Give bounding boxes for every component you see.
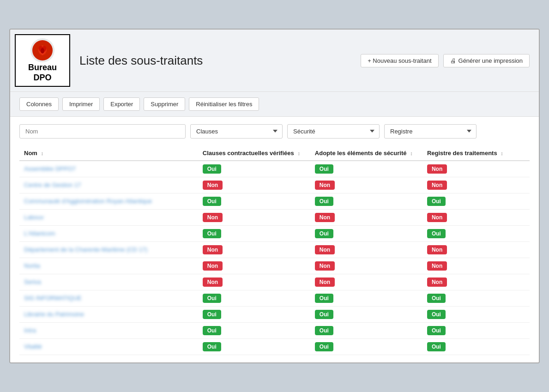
table-row[interactable]: Centre de Gestion 17NonNonNon <box>19 177 530 193</box>
cell-clauses: Non <box>198 258 310 274</box>
cell-registre: Oui <box>422 322 530 338</box>
name-filter-input[interactable] <box>19 124 186 139</box>
data-table: Nom ↕ Clauses contractuelles vérifiées ↕… <box>19 146 530 355</box>
cell-clauses: Oui <box>198 306 310 322</box>
cell-registre: Oui <box>422 225 530 241</box>
cell-clauses: Non <box>198 241 310 258</box>
cell-nom: Labouv <box>19 209 198 225</box>
table-row[interactable]: Communauté d'Agglomération Royan Atlanti… <box>19 193 530 209</box>
badge-clauses: Oui <box>203 342 221 351</box>
badge-clauses: Oui <box>203 197 221 206</box>
badge-clauses: Non <box>203 245 223 254</box>
cell-nom: L'Atlantcom <box>19 225 198 241</box>
table-header-row: Nom ↕ Clauses contractuelles vérifiées ↕… <box>19 146 530 161</box>
badge-registre: Oui <box>427 326 446 335</box>
col-header-nom[interactable]: Nom ↕ <box>19 146 198 161</box>
badge-securite: Non <box>315 213 335 222</box>
columns-button[interactable]: Colonnes <box>19 97 59 111</box>
table-row[interactable]: Assemblée DPPO7OuiOuiNon <box>19 161 530 177</box>
page-container: Bureau DPO Liste des sous-traitants + No… <box>9 29 540 363</box>
cell-nom: Assemblée DPPO7 <box>19 161 198 177</box>
cell-securite: Oui <box>310 193 422 209</box>
badge-registre: Oui <box>427 310 446 319</box>
cell-securite: Non <box>310 209 422 225</box>
badge-clauses: Oui <box>203 294 221 303</box>
cell-securite: Non <box>310 241 422 258</box>
badge-clauses: Oui <box>203 164 221 174</box>
cell-registre: Non <box>422 161 530 177</box>
cell-clauses: Oui <box>198 322 310 338</box>
badge-clauses: Non <box>203 261 223 271</box>
delete-button[interactable]: Supprimer <box>144 97 185 111</box>
cell-nom: Librairie du Patrimoine <box>19 306 198 322</box>
badge-registre: Non <box>427 261 447 271</box>
logo-box: Bureau DPO <box>15 34 70 86</box>
cell-clauses: Non <box>198 177 310 193</box>
clauses-filter-select[interactable]: Clauses <box>190 124 283 139</box>
badge-registre: Oui <box>427 229 446 238</box>
cell-clauses: Non <box>198 209 310 225</box>
logo-icon <box>30 38 55 63</box>
cell-registre: Oui <box>422 306 530 322</box>
badge-securite: Oui <box>315 229 333 238</box>
badge-securite: Oui <box>315 164 333 174</box>
badge-securite: Non <box>315 245 335 254</box>
badge-clauses: Oui <box>203 310 221 319</box>
table-row[interactable]: Librairie du PatrimoineOuiOuiOui <box>19 306 530 322</box>
sort-nom-icon: ↕ <box>41 151 44 156</box>
badge-registre: Non <box>427 245 447 254</box>
col-header-securite[interactable]: Adopte les éléments de sécurité ↕ <box>310 146 422 161</box>
cell-nom: Intra <box>19 322 198 338</box>
cell-registre: Non <box>422 274 530 290</box>
table-row[interactable]: SIG INFORMATIQUEOuiOuiOui <box>19 290 530 306</box>
table-row[interactable]: VitalitéOuiOuiOui <box>19 338 530 355</box>
header-actions: + Nouveau sous-traitant 🖨 Générer une im… <box>361 54 530 67</box>
cell-securite: Non <box>310 258 422 274</box>
badge-registre: Oui <box>427 197 446 206</box>
cell-registre: Oui <box>422 290 530 306</box>
sort-registre-icon: ↕ <box>501 151 503 156</box>
generate-print-button[interactable]: 🖨 Générer une impression <box>443 54 530 67</box>
cell-registre: Oui <box>422 193 530 209</box>
badge-registre: Non <box>427 213 447 222</box>
cell-nom: Département de la Charente-Maritime (CD … <box>19 241 198 258</box>
svg-point-4 <box>41 48 44 54</box>
badge-clauses: Oui <box>203 326 221 335</box>
print-button[interactable]: Imprimer <box>62 97 100 111</box>
badge-clauses: Non <box>203 213 223 222</box>
export-button[interactable]: Exporter <box>103 97 140 111</box>
registre-filter-select[interactable]: Registre <box>384 124 477 139</box>
badge-securite: Non <box>315 181 335 190</box>
table-row[interactable]: Département de la Charente-Maritime (CD … <box>19 241 530 258</box>
cell-clauses: Oui <box>198 193 310 209</box>
cell-nom: Vitalité <box>19 338 198 355</box>
badge-registre: Non <box>427 164 447 174</box>
cell-securite: Oui <box>310 290 422 306</box>
col-header-clauses[interactable]: Clauses contractuelles vérifiées ↕ <box>198 146 310 161</box>
table-row[interactable]: L'AtlantcomOuiOuiOui <box>19 225 530 241</box>
cell-securite: Oui <box>310 161 422 177</box>
filters-row: Clauses Sécurité Registre <box>19 124 530 139</box>
badge-securite: Oui <box>315 326 333 335</box>
securite-filter-select[interactable]: Sécurité <box>287 124 380 139</box>
cell-clauses: Oui <box>198 161 310 177</box>
cell-nom: Communauté d'Agglomération Royan Atlanti… <box>19 193 198 209</box>
badge-clauses: Oui <box>203 229 221 238</box>
table-row[interactable]: LabouvNonNonNon <box>19 209 530 225</box>
cell-nom: Centre de Gestion 17 <box>19 177 198 193</box>
table-row[interactable]: NortiaNonNonNon <box>19 258 530 274</box>
sort-securite-icon: ↕ <box>410 151 413 156</box>
cell-clauses: Oui <box>198 338 310 355</box>
table-row[interactable]: IntraOuiOuiOui <box>19 322 530 338</box>
cell-registre: Non <box>422 258 530 274</box>
cell-registre: Non <box>422 209 530 225</box>
toolbar: Colonnes Imprimer Exporter Supprimer Réi… <box>10 92 539 117</box>
badge-securite: Oui <box>315 197 333 206</box>
reset-filters-button[interactable]: Réinitialiser les filtres <box>189 97 259 111</box>
table-row[interactable]: SerivaNonNonNon <box>19 274 530 290</box>
badge-securite: Non <box>315 261 335 271</box>
header: Bureau DPO Liste des sous-traitants + No… <box>10 30 539 91</box>
new-subcontractor-button[interactable]: + Nouveau sous-traitant <box>361 54 438 67</box>
cell-nom: Nortia <box>19 258 198 274</box>
col-header-registre[interactable]: Registre des traitements ↕ <box>422 146 530 161</box>
